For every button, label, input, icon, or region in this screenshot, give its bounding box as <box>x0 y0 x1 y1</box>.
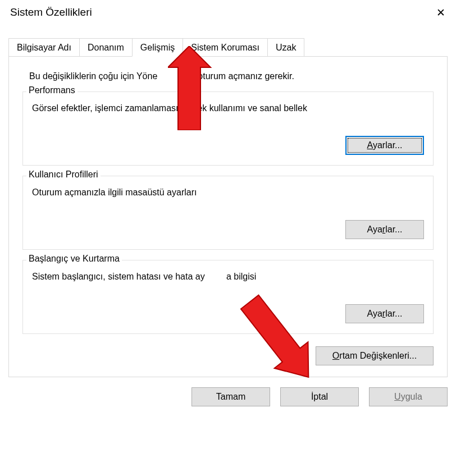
tab-system-protection[interactable]: Sistem Koruması <box>183 38 268 56</box>
tab-panel-advanced: Bu değişikliklerin çoğu için Yönetici ol… <box>8 56 448 377</box>
tab-strip: Bilgisayar Adı Donanım Gelişmiş Sistem K… <box>8 38 448 56</box>
title-bar: Sistem Özellikleri ✕ <box>0 0 456 25</box>
tab-hardware[interactable]: Donanım <box>79 38 133 56</box>
ok-button[interactable]: Tamam <box>191 387 270 406</box>
group-user-profiles: Kullanıcı Profilleri Oturum açmanızla il… <box>22 176 434 250</box>
group-performance-desc: Görsel efektler, işlemci zamanlaması, be… <box>32 103 424 113</box>
startup-recovery-settings-button[interactable]: Ayarlar... <box>345 304 424 323</box>
group-performance: Performans Görsel efektler, işlemci zama… <box>22 91 434 166</box>
tab-advanced[interactable]: Gelişmiş <box>132 38 183 57</box>
close-icon: ✕ <box>436 7 445 18</box>
user-profiles-settings-button[interactable]: Ayarlar... <box>345 220 424 239</box>
apply-button[interactable]: Uygula <box>369 387 448 406</box>
group-startup-recovery-desc: Sistem başlangıcı, sistem hatası ve hata… <box>32 272 424 282</box>
tab-computer-name[interactable]: Bilgisayar Adı <box>8 38 80 56</box>
group-performance-legend: Performans <box>26 85 77 95</box>
close-button[interactable]: ✕ <box>426 0 456 25</box>
cancel-button[interactable]: İptal <box>280 387 359 406</box>
group-startup-recovery-legend: Başlangıç ve Kurtarma <box>26 254 122 264</box>
window-title: Sistem Özellikleri <box>10 6 92 19</box>
intro-text: Bu değişikliklerin çoğu için Yönetici ol… <box>29 71 434 81</box>
dialog-button-row: Tamam İptal Uygula <box>0 377 456 406</box>
tab-remote[interactable]: Uzak <box>267 38 304 56</box>
group-startup-recovery: Başlangıç ve Kurtarma Sistem başlangıcı,… <box>22 260 434 334</box>
environment-variables-button[interactable]: Ortam Değişkenleri... <box>316 346 434 365</box>
group-user-profiles-desc: Oturum açmanızla ilgili masaüstü ayarlar… <box>32 187 424 198</box>
group-user-profiles-legend: Kullanıcı Profilleri <box>26 170 101 180</box>
performance-settings-button[interactable]: Ayarlar... <box>345 136 424 155</box>
